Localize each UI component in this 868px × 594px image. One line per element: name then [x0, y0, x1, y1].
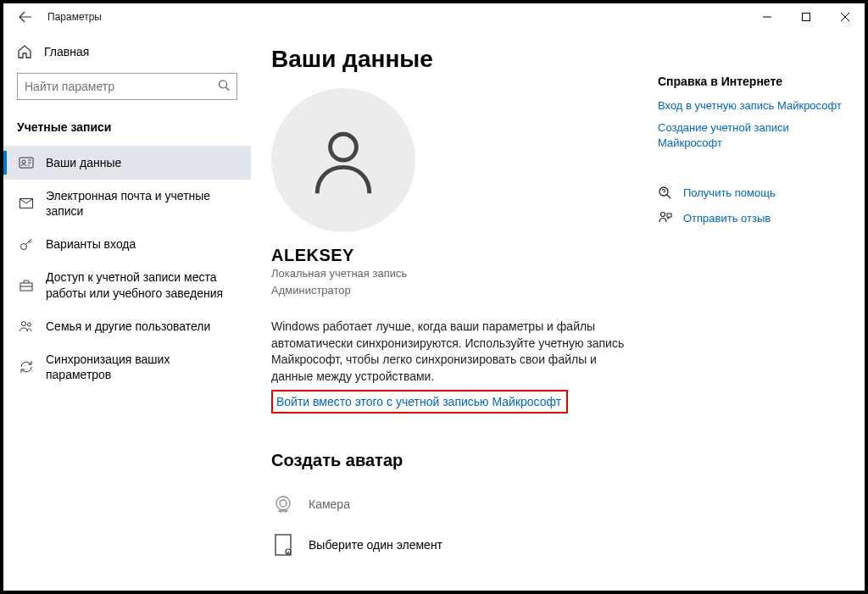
sidebar-home[interactable]: Главная	[3, 37, 251, 66]
close-button[interactable]	[826, 3, 865, 31]
camera-icon	[271, 492, 295, 516]
svg-point-5	[21, 244, 27, 250]
sidebar-item-email[interactable]: Электронная почта и учетные записи	[3, 180, 251, 227]
account-role: Администратор	[271, 282, 637, 299]
user-icon	[308, 125, 379, 196]
sidebar-section-title: Учетные записи	[3, 114, 251, 146]
help-link-create[interactable]: Создание учетной записи Майкрософт	[658, 120, 844, 151]
browse-label: Выберите один элемент	[309, 538, 442, 552]
minimize-icon	[763, 13, 771, 21]
svg-point-9	[331, 134, 357, 160]
sync-icon	[19, 359, 34, 375]
sidebar-item-label: Доступ к учетной записи места работы или…	[46, 269, 237, 300]
window-controls	[748, 3, 865, 31]
svg-rect-0	[803, 14, 810, 21]
envelope-icon	[19, 196, 34, 211]
help-heading: Справка в Интернете	[658, 75, 844, 88]
svg-point-8	[28, 323, 31, 326]
feedback-link[interactable]: Отправить отзыв	[658, 211, 844, 226]
signin-highlight-box: Войти вместо этого с учетной записью Май…	[271, 390, 568, 414]
svg-point-14	[661, 212, 665, 216]
username: ALEKSEY	[271, 246, 637, 265]
spacer	[658, 158, 844, 186]
sidebar-item-family[interactable]: Семья и другие пользователи	[3, 309, 251, 343]
camera-option: Камера	[271, 484, 637, 525]
titlebar: Параметры	[3, 3, 865, 31]
arrow-left-icon	[19, 10, 32, 24]
sync-description: Windows работает лучше, когда ваши парам…	[271, 319, 637, 385]
file-icon	[271, 533, 295, 557]
main-content: Ваши данные ALEKSEY Локальная учетная за…	[271, 46, 637, 591]
briefcase-icon	[19, 278, 34, 293]
sidebar-item-label: Варианты входа	[46, 236, 136, 252]
signin-microsoft-link[interactable]: Войти вместо этого с учетной записью Май…	[276, 395, 561, 408]
sidebar-item-work-access[interactable]: Доступ к учетной записи места работы или…	[3, 261, 251, 308]
svg-point-3	[22, 160, 25, 164]
sidebar-home-label: Главная	[44, 45, 89, 58]
minimize-button[interactable]	[748, 3, 787, 31]
window-title: Параметры	[47, 11, 102, 23]
sidebar-item-label: Семья и другие пользователи	[46, 319, 210, 334]
sidebar-item-sync[interactable]: Синхронизация ваших параметров	[3, 343, 251, 391]
content: Главная Учетные записи Ваши данные Э	[3, 31, 865, 591]
page-title: Ваши данные	[271, 46, 637, 73]
sidebar-item-label: Ваши данные	[46, 155, 121, 170]
sidebar: Главная Учетные записи Ваши данные Э	[3, 31, 251, 591]
create-avatar-heading: Создать аватар	[271, 451, 637, 470]
svg-point-1	[220, 80, 227, 88]
search-box[interactable]	[17, 73, 237, 100]
maximize-button[interactable]	[787, 3, 826, 31]
search-icon	[218, 80, 230, 94]
get-help-link[interactable]: Получить помощь	[658, 186, 844, 201]
feedback-label: Отправить отзыв	[683, 212, 771, 225]
main-panel: Ваши данные ALEKSEY Локальная учетная за…	[251, 31, 865, 591]
feedback-icon	[658, 211, 673, 226]
get-help-label: Получить помощь	[683, 186, 776, 199]
back-button[interactable]	[17, 8, 34, 25]
right-panel: Справка в Интернете Вход в учетную запис…	[658, 46, 844, 591]
settings-window: Параметры Главная	[3, 3, 865, 591]
sidebar-item-label: Синхронизация ваших параметров	[46, 352, 237, 382]
help-link-signin[interactable]: Вход в учетную запись Майкрософт	[658, 98, 844, 114]
svg-point-7	[22, 321, 26, 325]
get-help-icon	[658, 186, 673, 201]
home-icon	[17, 44, 32, 59]
sidebar-item-your-info[interactable]: Ваши данные	[3, 146, 251, 180]
svg-point-10	[276, 497, 290, 510]
sidebar-item-label: Электронная почта и учетные записи	[46, 188, 237, 219]
id-card-icon	[19, 155, 34, 170]
close-icon	[841, 13, 849, 21]
people-icon	[19, 319, 34, 334]
maximize-icon	[802, 13, 810, 21]
camera-label: Камера	[309, 497, 350, 511]
search-input[interactable]	[25, 80, 230, 93]
key-icon	[19, 236, 34, 252]
browse-option[interactable]: Выберите один элемент	[271, 525, 637, 565]
sidebar-item-signin-options[interactable]: Варианты входа	[3, 227, 251, 261]
account-type: Локальная учетная запись	[271, 265, 637, 282]
svg-point-11	[280, 500, 287, 507]
avatar-image	[271, 88, 415, 232]
